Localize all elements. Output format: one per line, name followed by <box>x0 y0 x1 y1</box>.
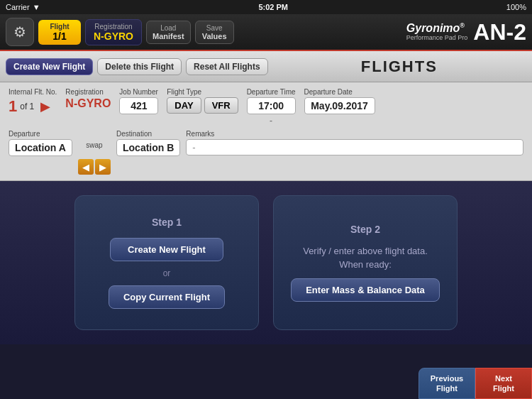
destination-label: Destination <box>116 130 180 138</box>
enter-mass-balance-button[interactable]: Enter Mass & Balance Data <box>291 278 440 302</box>
flight-value: 1/1 <box>44 31 75 42</box>
next-flight-button[interactable]: NextFlight <box>475 368 532 399</box>
battery-text: 100% <box>506 3 526 11</box>
remarks-group: Remarks - <box>186 130 523 155</box>
registration-value: N-GYRO <box>93 31 134 42</box>
step2-title: Step 2 <box>350 224 380 235</box>
flight-type-label: Flight Type <box>167 88 238 96</box>
status-right: 100% <box>506 3 526 11</box>
dep-time-label: Departure Time <box>247 88 296 96</box>
flt-of: of 1 <box>20 102 34 111</box>
top-nav: ⚙ Flight 1/1 Registration N-GYRO Load Ma… <box>0 14 532 51</box>
swap-label: swap <box>86 141 102 149</box>
dep-date-label: Departure Date <box>304 88 375 96</box>
job-number-input[interactable]: 421 <box>119 97 158 114</box>
internal-flt-group: Internal Flt. No. 1 of 1 ▶ <box>9 88 57 116</box>
departure-label: Departure <box>9 130 72 138</box>
load-label: Load <box>153 24 184 32</box>
step1-card: Step 1 Create New Flight or Copy Current… <box>74 195 259 330</box>
create-new-flight-button[interactable]: Create New Flight <box>6 58 93 75</box>
values-label: Values <box>201 32 228 40</box>
perf-pad-text: Performance Pad Pro <box>406 35 468 42</box>
reg-label: Registration <box>65 88 111 96</box>
registration-tab[interactable]: Registration N-GYRO <box>85 19 142 45</box>
save-values-button[interactable]: Save Values <box>195 21 234 44</box>
reg-group: Registration N-GYRO <box>65 88 111 110</box>
previous-flight-button[interactable]: PreviousFlight <box>419 368 475 399</box>
page-title: FLIGHTS <box>272 58 526 76</box>
logo-brand: Gyronimo® Performance Pad Pro <box>406 22 468 41</box>
flight-type-group: Flight Type DAY VFR <box>167 88 238 114</box>
manifest-label: Manifest <box>153 32 184 40</box>
flt-no-row: 1 of 1 ▶ <box>9 97 57 116</box>
play-button[interactable]: ▶ <box>37 98 54 115</box>
gear-button[interactable]: ⚙ <box>6 18 34 46</box>
job-number-label: Job Number <box>119 88 158 96</box>
toolbar: Create New Flight Delete this Flight Res… <box>0 51 532 82</box>
logo: Gyronimo® Performance Pad Pro AN-2 <box>406 19 526 45</box>
reset-all-flights-button[interactable]: Reset All Flights <box>186 58 268 75</box>
flight-label: Flight <box>44 23 75 31</box>
departure-input[interactable]: Location A <box>9 139 72 156</box>
step1-title: Step 1 <box>152 217 182 228</box>
swap-arrows: ◀ ▶ <box>78 159 111 175</box>
swap-right-arrow[interactable]: ▶ <box>95 159 111 175</box>
reg-display: N-GYRO <box>65 97 111 110</box>
logo-model: AN-2 <box>473 19 526 45</box>
flight-type-vfr[interactable]: VFR <box>204 97 238 114</box>
wifi-icon: ▼ <box>33 3 40 11</box>
status-bar: Carrier ▼ 5:02 PM 100% <box>0 0 532 14</box>
flights-data: Internal Flt. No. 1 of 1 ▶ Registration … <box>0 82 532 181</box>
status-left: Carrier ▼ <box>6 3 40 11</box>
flight-type-day[interactable]: DAY <box>167 97 201 114</box>
create-new-flight-action-button[interactable]: Create New Flight <box>110 238 223 261</box>
destination-group: Destination Location B <box>116 130 180 156</box>
main-content: Step 1 Create New Flight or Copy Current… <box>0 181 532 344</box>
save-label: Save <box>201 24 228 32</box>
destination-input[interactable]: Location B <box>116 139 180 156</box>
dep-time-dash: - <box>247 116 296 126</box>
dep-time-input[interactable]: 17:00 <box>247 97 296 114</box>
flt-number: 1 <box>9 97 17 116</box>
departure-time-group: Departure Time 17:00 - <box>247 88 296 126</box>
departure-date-group: Departure Date May.09.2017 <box>304 88 375 114</box>
dep-date-input[interactable]: May.09.2017 <box>304 97 375 114</box>
gyronimo-text: Gyronimo® <box>406 22 468 35</box>
registration-label: Registration <box>93 23 134 31</box>
flight-data-row2: Departure Location A swap ◀ ▶ Destinatio… <box>9 130 523 175</box>
internal-flt-label: Internal Flt. No. <box>9 88 57 96</box>
bottom-nav: PreviousFlight NextFlight <box>419 368 532 399</box>
carrier-text: Carrier <box>6 3 30 11</box>
flight-type-buttons: DAY VFR <box>167 97 238 114</box>
swap-left-arrow[interactable]: ◀ <box>78 159 94 175</box>
load-manifest-button[interactable]: Load Manifest <box>146 21 191 44</box>
remarks-input[interactable]: - <box>186 139 523 155</box>
step2-card: Step 2 Verify / enter above flight data.… <box>273 195 458 330</box>
status-time: 5:02 PM <box>258 3 288 11</box>
job-number-group: Job Number 421 <box>119 88 158 114</box>
departure-group: Departure Location A <box>9 130 72 156</box>
remarks-label: Remarks <box>186 130 523 138</box>
copy-current-flight-button[interactable]: Copy Current Flight <box>109 285 225 309</box>
step2-description: Verify / enter above flight data.When re… <box>303 245 428 270</box>
flight-data-row1: Internal Flt. No. 1 of 1 ▶ Registration … <box>9 88 523 126</box>
step1-or: or <box>163 268 171 278</box>
flight-tab[interactable]: Flight 1/1 <box>38 20 81 45</box>
delete-flight-button[interactable]: Delete this Flight <box>97 58 182 75</box>
